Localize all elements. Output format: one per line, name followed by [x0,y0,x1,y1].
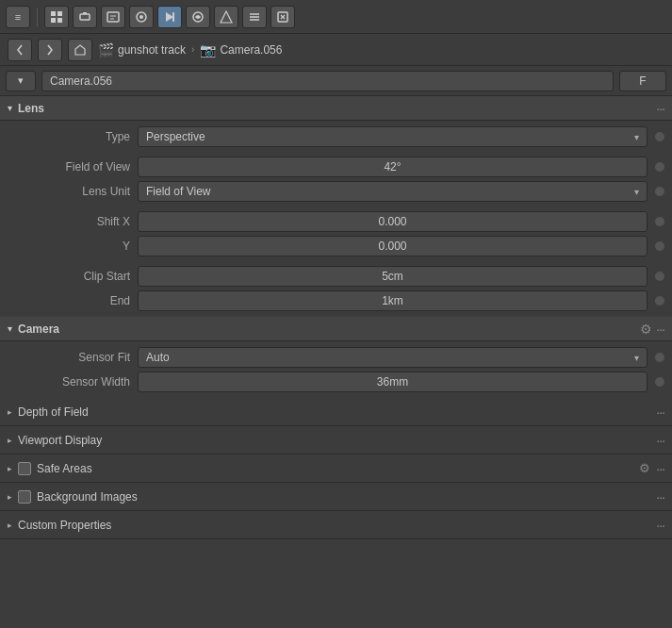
svg-rect-5 [83,12,87,14]
type-dot[interactable] [655,132,664,141]
properties-panel: ▾ Lens ··· Type Perspective Field of Vie… [0,96,672,628]
sensor-width-row: Sensor Width 36mm [0,370,672,394]
dof-dots-icon[interactable]: ··· [656,405,664,420]
camera-section-body: Sensor Fit Auto Sensor Width 36mm [0,341,672,398]
toolbar-btn-2[interactable] [73,6,97,28]
f-button[interactable]: F [619,71,666,91]
toolbar-btn-7[interactable] [214,6,238,28]
bg-images-dots-icon[interactable]: ··· [656,489,664,504]
breadcrumb-arrow: › [191,44,194,55]
breadcrumb-bar: 🎬 gunshot track › 📷 Camera.056 [0,34,672,66]
camera-section-header[interactable]: ▾ Camera ⚙ ··· [0,317,672,341]
clip-end-row: End 1km [0,289,672,313]
dof-title: Depth of Field [18,405,656,419]
scene-label: gunshot track [118,43,186,57]
sensor-fit-dot[interactable] [655,353,664,362]
breadcrumb-nav-next[interactable] [38,39,62,61]
clip-end-label: End [8,294,130,307]
clip-start-input[interactable]: 5cm [138,266,647,287]
type-dropdown[interactable]: Perspective [138,126,647,147]
toolbar-btn-5[interactable] [157,6,182,28]
bg-images-checkbox[interactable] [18,490,31,504]
lens-unit-dot[interactable] [655,187,664,196]
lens-section-header[interactable]: ▾ Lens ··· [0,96,672,121]
svg-rect-1 [57,11,62,16]
toolbar-btn-4[interactable] [129,6,154,28]
type-select[interactable]: ▾ [6,71,36,91]
type-value: Perspective [146,130,205,143]
sensor-width-input[interactable]: 36mm [138,372,647,392]
breadcrumb-camera[interactable]: 📷 Camera.056 [200,42,282,58]
lens-toggle-icon: ▾ [8,103,12,113]
safe-areas-sliders-icon[interactable]: ⚙ [639,461,650,476]
lens-section-title: Lens [18,102,656,115]
camera-dots-icon[interactable]: ··· [656,322,664,337]
lens-unit-row: Lens Unit Field of View [0,179,672,204]
custom-props-right: ··· [656,518,664,533]
clip-start-value: 5cm [382,270,403,283]
shift-x-label: Shift X [8,215,130,228]
camera-section-title: Camera [18,322,640,336]
custom-props-toggle-icon: ▸ [8,521,12,530]
safe-areas-checkbox[interactable] [18,462,31,475]
sensor-fit-row: Sensor Fit Auto [0,345,672,370]
breadcrumb-scene[interactable]: 🎬 gunshot track [98,42,186,58]
camera-toggle-icon: ▾ [8,323,12,334]
lens-unit-value: Field of View [146,185,210,198]
safe-areas-section[interactable]: ▸ Safe Areas ⚙ ··· [0,454,672,483]
top-toolbar: ≡ [0,0,672,34]
safe-areas-toggle-icon: ▸ [8,464,12,473]
toolbar-btn-8[interactable] [242,6,267,28]
breadcrumb-home[interactable] [68,39,92,61]
shift-x-input[interactable]: 0.000 [138,211,647,232]
sensor-fit-value: Auto [146,351,170,364]
viewport-section[interactable]: ▸ Viewport Display ··· [0,426,672,454]
sensor-fit-label: Sensor Fit [8,351,130,364]
safe-areas-dots-icon[interactable]: ··· [656,461,664,476]
toolbar-btn-3[interactable] [101,6,125,28]
clip-start-dot[interactable] [655,272,664,281]
fov-label: Field of View [8,160,130,174]
f-label: F [639,74,646,88]
lens-unit-dropdown[interactable]: Field of View [138,181,647,202]
fov-dot[interactable] [655,162,664,172]
shift-x-dot[interactable] [655,217,664,226]
bg-images-section[interactable]: ▸ Background Images ··· [0,483,672,511]
menu-button[interactable]: ≡ [6,6,30,28]
lens-unit-label: Lens Unit [8,185,130,198]
shift-y-row: Y 0.000 [0,234,672,258]
svg-marker-13 [221,11,232,23]
custom-props-section[interactable]: ▸ Custom Properties ··· [0,511,672,539]
toolbar-btn-1[interactable] [44,6,69,28]
sensor-width-value: 36mm [377,375,408,388]
scene-icon: 🎬 [98,42,114,58]
toolbar-btn-9[interactable] [270,6,295,28]
shift-y-value: 0.000 [378,240,406,253]
breadcrumb-nav-prev[interactable] [8,39,32,61]
camera-sliders-icon[interactable]: ⚙ [640,322,652,337]
custom-props-dots-icon[interactable]: ··· [656,518,664,533]
camera-section-extra: ⚙ ··· [640,322,664,337]
svg-rect-4 [80,14,90,20]
camera-label: Camera.056 [220,43,282,57]
shift-y-dot[interactable] [655,241,664,251]
shift-x-row: Shift X 0.000 [0,209,672,234]
sensor-fit-dropdown[interactable]: Auto [138,347,647,368]
camera-icon: 📷 [200,42,216,58]
viewport-right: ··· [656,433,664,448]
lens-dots-icon[interactable]: ··· [656,101,664,116]
dof-right: ··· [656,405,664,420]
toolbar-btn-6[interactable] [186,6,210,28]
fov-input[interactable]: 42° [138,157,647,177]
shift-y-label: Y [8,240,130,253]
viewport-dots-icon[interactable]: ··· [656,433,664,448]
viewport-title: Viewport Display [18,434,656,447]
lens-section-extra: ··· [656,101,664,116]
dof-section[interactable]: ▸ Depth of Field ··· [0,398,672,426]
safe-areas-right: ⚙ ··· [639,461,664,476]
object-name-input[interactable] [41,71,614,91]
shift-y-input[interactable]: 0.000 [138,236,647,256]
clip-end-input[interactable]: 1km [138,290,647,311]
clip-end-dot[interactable] [655,296,664,306]
sensor-width-dot[interactable] [655,377,664,387]
